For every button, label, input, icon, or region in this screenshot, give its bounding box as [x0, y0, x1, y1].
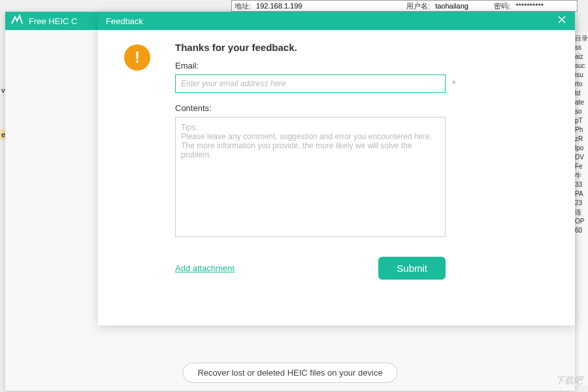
- bg-right-item: ate: [575, 98, 587, 107]
- bg-right-strip: 目录ssaizsucisurtotdatesopTPhzRlpoDVFe牛33P…: [574, 33, 588, 385]
- required-asterisk: *: [452, 78, 455, 89]
- submit-button[interactable]: Submit: [378, 257, 446, 280]
- email-input[interactable]: [175, 74, 446, 93]
- bg-right-item: isu: [575, 71, 587, 80]
- email-label: Email:: [175, 61, 549, 71]
- recover-files-button[interactable]: Recover lost or deleted HEIC files on yo…: [182, 363, 397, 383]
- app-title: Free HEIC C: [29, 16, 77, 26]
- feedback-heading: Thanks for your feedback.: [175, 42, 549, 53]
- user-value: taohailang: [433, 2, 485, 10]
- background-address-bar: 地址: 192.168.1.199 用户名: taohailang 密码: **…: [231, 0, 578, 12]
- addr-label: 地址:: [232, 1, 253, 11]
- form-column: Thanks for your feedback. Email: * Conte…: [155, 42, 549, 280]
- bg-right-item: 牛: [575, 171, 587, 180]
- modal-header: Feedback: [98, 12, 575, 30]
- modal-title: Feedback: [106, 16, 143, 26]
- watermark: 下载吧: [555, 375, 583, 387]
- bg-right-item: PA: [575, 189, 587, 199]
- bg-right-item: DV: [575, 153, 587, 162]
- bg-right-item: Fe: [575, 162, 587, 171]
- bg-right-item: OP: [575, 217, 587, 226]
- exclamation-icon: !: [124, 44, 150, 71]
- bg-right-item: 目录: [575, 34, 587, 43]
- modal-close-button[interactable]: [557, 14, 567, 28]
- modal-body: ! Thanks for your feedback. Email: * Con…: [98, 30, 575, 291]
- bg-right-item: zR: [575, 135, 587, 144]
- bg-right-item: aiz: [575, 52, 587, 61]
- contents-label: Contents:: [175, 103, 549, 113]
- bg-right-item: rto: [575, 80, 587, 89]
- bg-right-item: 60: [575, 226, 587, 235]
- app-logo-icon: [10, 14, 24, 27]
- contents-textarea[interactable]: [175, 117, 446, 237]
- user-label: 用户名:: [404, 1, 433, 11]
- addr-value: 192.168.1.199: [253, 2, 325, 10]
- pwd-label: 密码:: [491, 1, 513, 11]
- pwd-value: **********: [513, 2, 546, 10]
- icon-column: !: [124, 42, 155, 280]
- bg-right-item: suc: [575, 61, 587, 71]
- feedback-modal: Feedback ! Thanks for your feedback. Ema…: [98, 12, 575, 325]
- bg-right-item: 33: [575, 180, 587, 189]
- bg-right-item: td: [575, 89, 587, 98]
- bg-right-item: 连: [575, 208, 587, 217]
- add-attachment-link[interactable]: Add attachment: [175, 263, 235, 273]
- bg-right-item: Ph: [575, 125, 587, 135]
- bg-right-item: so: [575, 107, 587, 116]
- bg-right-item: pT: [575, 116, 587, 125]
- bg-right-item: 23: [575, 199, 587, 208]
- bg-right-item: lpo: [575, 144, 587, 153]
- bg-right-item: ss: [575, 43, 587, 52]
